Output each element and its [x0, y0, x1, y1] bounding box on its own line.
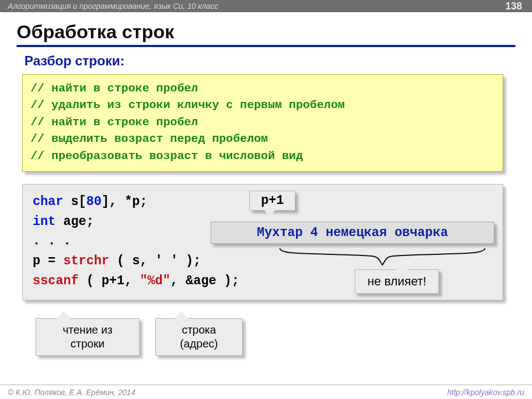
topbar: Алгоритмизация и программирование, язык …	[0, 0, 532, 12]
callout-tail	[57, 311, 70, 319]
callout-tail	[264, 210, 275, 217]
section-subtitle: Разбор строки:	[24, 53, 125, 69]
comment-line: // удалить из строки кличку с первым про…	[30, 97, 495, 114]
code-text: ( s, ' ' );	[109, 254, 201, 268]
kw-int: int	[33, 214, 55, 229]
comment-line: // найти в строке пробел	[30, 80, 495, 97]
page-title: Обработка строк	[17, 21, 515, 47]
callout-string-address: строка (адрес)	[155, 318, 243, 356]
code-text: s[	[63, 195, 86, 209]
footer-url: http://kpolyakov.spb.ru	[447, 385, 524, 399]
callout-pplus1-label: p+1	[261, 193, 284, 208]
code-text: ( p+1,	[79, 274, 140, 288]
callout-no-effect: не влияет!	[355, 269, 439, 294]
num-80: 80	[86, 195, 102, 209]
callout-read-label: чтение из строки	[46, 323, 129, 351]
code-text: , &age );	[170, 274, 239, 288]
fn-sscanf: sscanf	[33, 274, 79, 288]
code-text: age;	[55, 214, 94, 229]
fn-strchr: strchr	[63, 254, 109, 268]
comment-line: // найти в строке пробел	[30, 114, 495, 131]
str-fmt: "%d"	[140, 274, 170, 288]
footer-copyright: © К.Ю. Поляков, Е.А. Ерёмин, 2014	[8, 385, 135, 399]
footer: © К.Ю. Поляков, Е.А. Ерёмин, 2014 http:/…	[0, 385, 532, 399]
slide-number: 138	[505, 0, 522, 12]
slide: Алгоритмизация и программирование, язык …	[0, 0, 532, 399]
comment-line: // преобразовать возраст в числовой вид	[30, 148, 495, 165]
callout-read-from-string: чтение из строки	[35, 318, 140, 356]
kw-char: char	[33, 195, 63, 209]
comments-box: // найти в строке пробел // удалить из с…	[22, 74, 503, 172]
example-string-box: Мухтар 4 немецкая овчарка	[211, 222, 494, 244]
comment-line: // выделить возраст перед пробелом	[30, 131, 495, 147]
callout-no-effect-label: не влияет!	[367, 274, 426, 288]
callout-tail	[397, 263, 408, 270]
code-text: p =	[33, 254, 63, 268]
code-text: ], *p;	[101, 195, 147, 209]
callout-addr-label: строка (адрес)	[166, 323, 232, 351]
course-label: Алгоритмизация и программирование, язык …	[8, 2, 218, 11]
example-string: Мухтар 4 немецкая овчарка	[257, 226, 448, 240]
callout-pplus1: p+1	[249, 191, 295, 211]
code-line-4: p = strchr ( s, ' ' );	[33, 252, 493, 272]
callout-tail	[175, 311, 188, 319]
